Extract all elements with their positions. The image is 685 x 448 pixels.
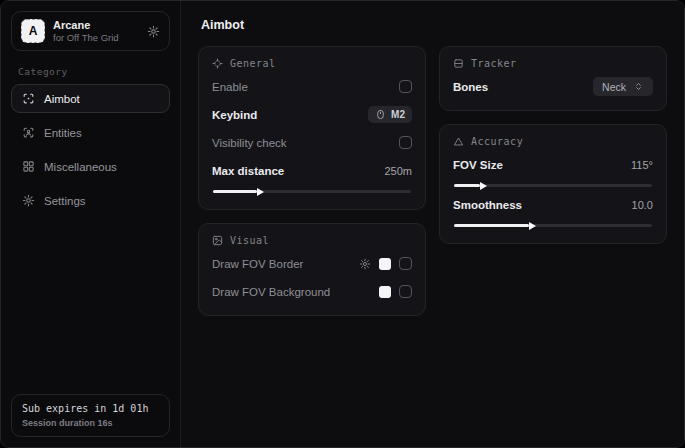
fov-size-row: FOV Size 115°	[453, 154, 653, 175]
bones-row: Bones Neck	[453, 76, 653, 97]
grid-icon	[22, 160, 35, 173]
brand-card: A Arcane for Off The Grid	[11, 11, 170, 51]
gear-icon[interactable]	[359, 258, 371, 270]
enable-checkbox[interactable]	[399, 80, 412, 93]
page-title: Aimbot	[201, 18, 244, 32]
sidebar-item-entities[interactable]: Entities	[11, 118, 170, 147]
subscription-card: Sub expires in 1d 01h Session duration 1…	[11, 394, 170, 437]
session-duration: Session duration 16s	[22, 418, 159, 428]
fov-border-row: Draw FOV Border	[212, 253, 412, 274]
visibility-check-checkbox[interactable]	[399, 136, 412, 149]
main-header: Aimbot	[181, 1, 684, 44]
visibility-check-row: Visibility check	[212, 132, 412, 153]
bones-select[interactable]: Neck	[593, 77, 653, 96]
subscription-expiry: Sub expires in 1d 01h	[22, 403, 159, 414]
fov-background-row: Draw FOV Background	[212, 281, 412, 302]
keybind-label: Keybind	[212, 109, 257, 121]
panel-title: General	[230, 58, 276, 69]
smoothness-slider-fill[interactable]	[454, 224, 529, 227]
person-scan-icon	[22, 126, 35, 139]
enable-row: Enable	[212, 76, 412, 97]
panels-area: General Enable Keybind	[181, 44, 684, 318]
brand-text: Arcane for Off The Grid	[53, 19, 119, 43]
keybind-value: M2	[391, 109, 405, 120]
fov-border-label: Draw FOV Border	[212, 258, 303, 270]
smoothness-label: Smoothness	[453, 199, 522, 211]
panel-accuracy-header: Accuracy	[453, 136, 653, 147]
fov-background-label: Draw FOV Background	[212, 286, 330, 298]
panel-visual: Visual Draw FOV Border	[198, 223, 426, 316]
fov-background-checkbox[interactable]	[399, 285, 412, 298]
max-distance-slider-fill[interactable]	[213, 190, 257, 193]
sidebar-item-aimbot[interactable]: Aimbot	[11, 84, 170, 113]
panel-title: Accuracy	[471, 136, 523, 147]
triangle-icon	[453, 136, 464, 147]
keybind-button[interactable]: M2	[368, 106, 412, 123]
sidebar: A Arcane for Off The Grid Category	[1, 1, 181, 447]
sidebar-item-label: Miscellaneous	[44, 161, 117, 173]
fov-size-slider[interactable]	[454, 184, 652, 187]
sidebar-item-miscellaneous[interactable]: Miscellaneous	[11, 152, 170, 181]
panel-general-header: General	[212, 58, 412, 69]
crosshair-icon	[212, 58, 223, 69]
max-distance-row: Max distance 250m	[212, 160, 412, 181]
panel-tracker: Tracker Bones Neck	[439, 46, 667, 111]
panel-title: Visual	[230, 235, 269, 246]
visibility-check-label: Visibility check	[212, 137, 287, 149]
fov-size-label: FOV Size	[453, 159, 503, 171]
max-distance-label: Max distance	[212, 165, 284, 177]
sidebar-item-label: Entities	[44, 127, 82, 139]
left-column: General Enable Keybind	[198, 46, 426, 316]
gear-icon	[22, 194, 35, 207]
fov-size-value: 115°	[631, 159, 653, 171]
chevrons-up-down-icon	[633, 81, 644, 92]
smoothness-slider[interactable]	[454, 224, 652, 227]
main-content: Aimbot General	[181, 1, 684, 447]
right-column: Tracker Bones Neck	[439, 46, 667, 244]
fov-border-controls	[359, 257, 412, 270]
smoothness-row: Smoothness 10.0	[453, 194, 653, 215]
brand-logo-letter: A	[29, 24, 38, 38]
crosshair-scan-icon	[22, 92, 35, 105]
mouse-icon	[375, 109, 386, 120]
app-window: A Arcane for Off The Grid Category	[0, 0, 685, 448]
panel-accuracy: Accuracy FOV Size 115° Smoothness 10.0	[439, 124, 667, 244]
brand-name: Arcane	[53, 19, 119, 31]
gear-icon[interactable]	[147, 25, 160, 38]
fov-border-color-swatch[interactable]	[379, 258, 391, 270]
fov-border-checkbox[interactable]	[399, 257, 412, 270]
fov-background-controls	[379, 285, 412, 298]
panel-general: General Enable Keybind	[198, 46, 426, 210]
max-distance-value: 250m	[384, 165, 412, 177]
brand-subtitle: for Off The Grid	[53, 32, 119, 43]
fov-background-color-swatch[interactable]	[379, 286, 391, 298]
sidebar-item-label: Settings	[44, 195, 86, 207]
max-distance-slider[interactable]	[213, 190, 411, 193]
scan-line-icon	[453, 58, 464, 69]
panel-visual-header: Visual	[212, 235, 412, 246]
brand-logo: A	[21, 19, 45, 43]
keybind-row: Keybind M2	[212, 104, 412, 125]
sidebar-item-label: Aimbot	[44, 93, 80, 105]
image-icon	[212, 235, 223, 246]
panel-title: Tracker	[471, 58, 517, 69]
fov-size-slider-fill[interactable]	[454, 184, 480, 187]
category-label: Category	[18, 66, 163, 77]
bones-selected-value: Neck	[602, 81, 626, 93]
panel-tracker-header: Tracker	[453, 58, 653, 69]
enable-label: Enable	[212, 81, 248, 93]
bones-label: Bones	[453, 81, 488, 93]
smoothness-value: 10.0	[632, 199, 653, 211]
sidebar-item-settings[interactable]: Settings	[11, 186, 170, 215]
